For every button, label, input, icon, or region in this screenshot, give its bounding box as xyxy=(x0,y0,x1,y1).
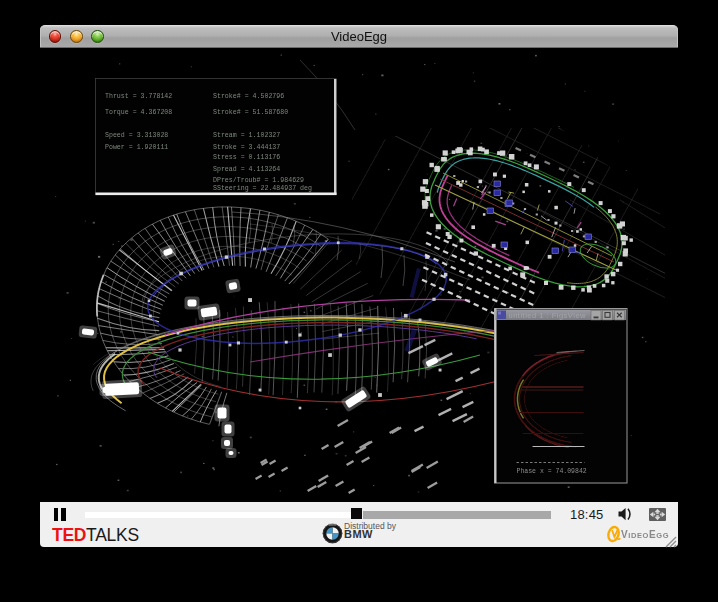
svg-text:Stress = 0.113176: Stress = 0.113176 xyxy=(213,154,280,161)
svg-text:Phase x = 74.09842: Phase x = 74.09842 xyxy=(517,468,587,475)
svg-text:DPres/Troub# = 1.984629: DPres/Troub# = 1.984629 xyxy=(213,177,304,184)
svg-text:Thrust = 3.778142: Thrust = 3.778142 xyxy=(105,93,172,100)
svg-text:Power = 1.920111: Power = 1.920111 xyxy=(105,144,168,151)
svg-text:Speed = 3.313028: Speed = 3.313028 xyxy=(105,132,168,139)
svg-text:SSteering = 22.484937 deg: SSteering = 22.484937 deg xyxy=(213,185,312,192)
svg-text:Spread = 4.113264: Spread = 4.113264 xyxy=(213,166,280,173)
svg-text:Stream = 1.102327: Stream = 1.102327 xyxy=(213,132,280,139)
svg-text:Stroke# = 4.502796: Stroke# = 4.502796 xyxy=(213,93,284,100)
svg-text:untitled 1 : FigsView: untitled 1 : FigsView xyxy=(509,311,587,320)
svg-text:Stroke = 3.444137: Stroke = 3.444137 xyxy=(213,144,280,151)
svg-text:Torque = 4.367208: Torque = 4.367208 xyxy=(105,109,172,116)
svg-text:BMW: BMW xyxy=(328,523,336,527)
svg-text:Stroke# = 51.587680: Stroke# = 51.587680 xyxy=(213,109,288,116)
